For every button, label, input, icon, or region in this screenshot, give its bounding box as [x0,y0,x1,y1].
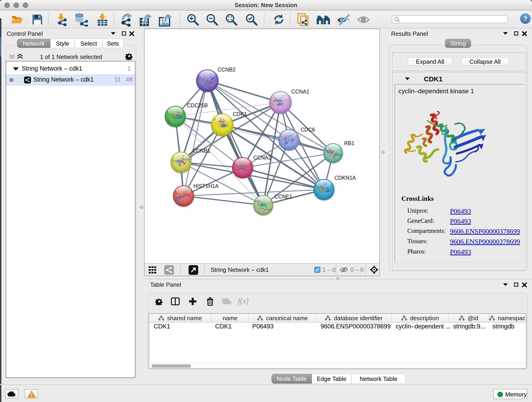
svg-text:HIST1H1A: HIST1H1A [193,183,219,189]
svg-text:CCNB1: CCNB1 [192,148,210,154]
svg-text:CCNA1: CCNA1 [291,89,309,95]
svg-text:CDC25B: CDC25B [187,102,208,108]
svg-text:CCNE1: CCNE1 [274,194,292,200]
svg-text:CDC6: CDC6 [301,127,315,133]
svg-text:CDKN1A: CDKN1A [335,175,356,181]
svg-text:CDK1: CDK1 [233,111,247,117]
svg-text:RB1: RB1 [344,140,355,146]
svg-text:CCNB2: CCNB2 [218,67,235,73]
svg-text:CCNA2: CCNA2 [253,155,271,161]
